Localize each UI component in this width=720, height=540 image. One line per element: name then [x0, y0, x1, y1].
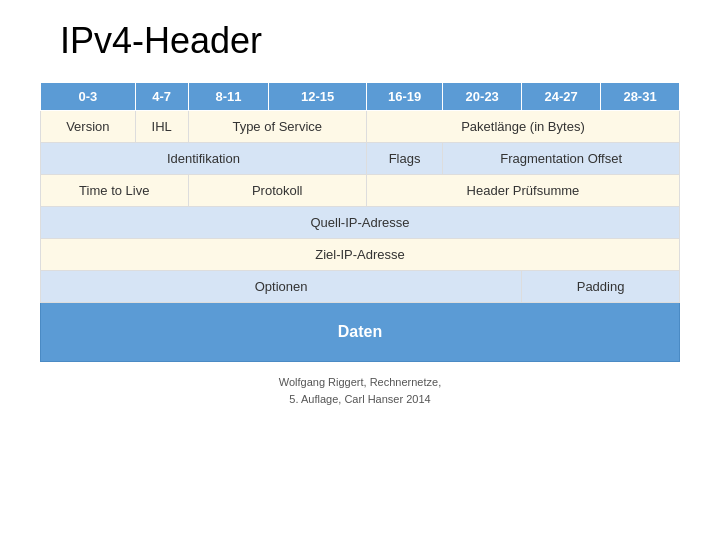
header-cell: 24-27 [522, 83, 601, 111]
header-cell: 20-23 [443, 83, 522, 111]
table-row: Quell-IP-Adresse [41, 207, 680, 239]
table-cell: Type of Service [188, 111, 366, 143]
ipv4-table-wrapper: 0-34-78-1112-1516-1920-2324-2728-31 Vers… [40, 82, 680, 362]
header-cell: 0-3 [41, 83, 136, 111]
header-cell: 28-31 [601, 83, 680, 111]
table-cell: Ziel-IP-Adresse [41, 239, 680, 271]
table-cell: Paketlänge (in Bytes) [366, 111, 679, 143]
table-row: IdentifikationFlagsFragmentation Offset [41, 143, 680, 175]
table-row: Ziel-IP-Adresse [41, 239, 680, 271]
table-cell: Daten [41, 303, 680, 362]
table-row: VersionIHLType of ServicePaketlänge (in … [41, 111, 680, 143]
footer: Wolfgang Riggert, Rechnernetze, 5. Aufla… [279, 374, 441, 407]
table-cell: Padding [522, 271, 680, 303]
table-cell: Identifikation [41, 143, 367, 175]
header-row: 0-34-78-1112-1516-1920-2324-2728-31 [41, 83, 680, 111]
table-cell: Protokoll [188, 175, 366, 207]
header-cell: 8-11 [188, 83, 269, 111]
table-row: Time to LiveProtokollHeader Prüfsumme [41, 175, 680, 207]
header-cell: 12-15 [269, 83, 367, 111]
table-cell: Quell-IP-Adresse [41, 207, 680, 239]
page-title: IPv4-Header [60, 20, 262, 62]
table-cell: Time to Live [41, 175, 189, 207]
ipv4-header-table: 0-34-78-1112-1516-1920-2324-2728-31 Vers… [40, 82, 680, 362]
table-cell: Optionen [41, 271, 522, 303]
table-cell: Header Prüfsumme [366, 175, 679, 207]
table-cell: Fragmentation Offset [443, 143, 680, 175]
table-cell: IHL [135, 111, 188, 143]
page: IPv4-Header 0-34-78-1112-1516-1920-2324-… [0, 0, 720, 540]
table-row: Daten [41, 303, 680, 362]
footer-line1: Wolfgang Riggert, Rechnernetze, [279, 376, 441, 388]
header-cell: 16-19 [366, 83, 442, 111]
table-cell: Version [41, 111, 136, 143]
header-cell: 4-7 [135, 83, 188, 111]
footer-line2: 5. Auflage, Carl Hanser 2014 [289, 393, 430, 405]
table-cell: Flags [366, 143, 442, 175]
table-row: OptionenPadding [41, 271, 680, 303]
